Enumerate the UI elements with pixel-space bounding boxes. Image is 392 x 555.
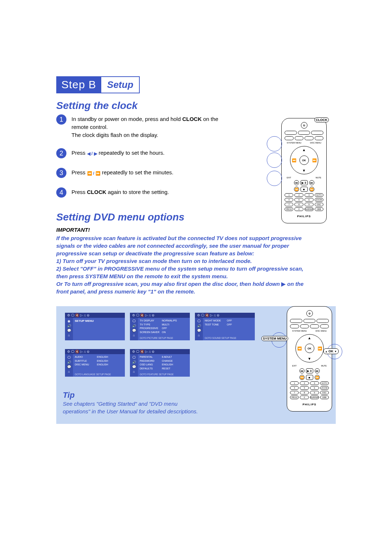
callout-circle-sysmenu — [267, 136, 282, 151]
display-button — [298, 131, 310, 135]
ok-button: OK — [305, 344, 314, 353]
mute-label: MUTE — [315, 177, 321, 179]
rewind-icon: ⏪ — [299, 375, 305, 380]
exit-label: EXIT — [287, 177, 291, 179]
numpad: 1 2 3 GOTO 4 5 6 ZOOM 7 8 9 DSC PROG 0 — [290, 381, 329, 399]
rewind-icon: ⏪ — [294, 187, 299, 192]
step-header: Step B Setup — [56, 76, 336, 93]
menu-side-icons: ◉🔊💬⌂ — [65, 318, 73, 340]
clock-section-title: Setting the clock — [56, 100, 336, 112]
important-heading: IMPORTANT! — [56, 227, 336, 233]
step-number-1: 1 — [56, 114, 66, 125]
menu-sound-setup: ⚙ 🖵 🔇 ▷ ♫ ⊚ 🖵🔊💬⌂ NIGHT MODEOFF TEST TONE… — [195, 313, 255, 340]
next-track-icon: ⏭ — [309, 180, 314, 185]
play-icon: ▶ — [281, 281, 286, 287]
up-arrow-icon: ▲ — [302, 148, 306, 152]
step-label: Step B — [56, 76, 101, 93]
sleep2-button — [295, 136, 304, 140]
ffwd-icon: ⏩ — [315, 375, 320, 380]
brand-label: PHILIPS — [290, 403, 329, 406]
step-2-text: Press ◀ / ▶ repeatedly to set the hours. — [72, 149, 164, 157]
callout-clock-label: CLOCK — [314, 117, 329, 122]
menu-iconbar: ⚙ 🖵 🔇 ▷ ♫ ⊚ — [65, 313, 125, 318]
step-number-2: 2 — [56, 148, 66, 158]
menu-language-setup: ⚙ 🖵 🔇 ▷ ♫ ⊚ 🖵🔊💬⌂ AUDIOENGLISH SUBTITLEEN… — [65, 349, 125, 377]
right-arrow-icon: ⏩ — [312, 158, 317, 162]
menu-feature-setup: ⚙ 🖵 🔇 ▷ ♫ ⊚ 🖵🔊💬⌂ PARENTAL8 ADULT PASSWOR… — [130, 349, 190, 377]
clock-button — [305, 136, 314, 140]
tip-body: See chapters "Getting Started" and "DVD … — [63, 400, 204, 415]
step-number-4: 4 — [56, 187, 66, 198]
prev-track-icon: ⏮ — [299, 368, 305, 373]
numpad: 1 2 3 GOTO 4 5 6 ZOOM 7 8 9 DSC PROG 0 S… — [285, 193, 323, 211]
remote-control: ⏻ SYSTEM MENU DISC MENU OK — [281, 118, 327, 223]
important-body: If the progressive scan feature is activ… — [56, 234, 307, 295]
step-3-text: Press ⏪ / ⏩ repeatedly to set the minute… — [72, 169, 173, 177]
system-menu-label: SYSTEM MENU — [287, 142, 301, 144]
step-4-text: Press CLOCK again to store the setting. — [72, 188, 169, 196]
callout-circle-transport — [267, 171, 282, 186]
left-arrow-icon: ⏪ — [292, 158, 296, 162]
down-arrow-icon: ▼ — [308, 357, 311, 361]
menu-screenshots-panel: ⚙ 🖵 🔇 ▷ ♫ ⊚ ◉🔊💬⌂ SETUP MENU ⚙ 🖵 🔇 ▷ ♫ ⊚ … — [56, 306, 336, 424]
power-icon: ⏻ — [306, 310, 313, 317]
up-arrow-icon: ▲ — [308, 336, 311, 340]
play-pause-icon: ▶⏸ — [301, 180, 308, 185]
section-setting-clock: Setting the clock 1 In standby or power … — [56, 100, 336, 198]
brand-label: PHILIPS — [285, 215, 323, 218]
step-number-3: 3 — [56, 168, 66, 178]
remote-illustration-top: ⏻ SYSTEM MENU DISC MENU OK — [281, 118, 327, 223]
callout-ok-label: ▲ OK ▼ — [323, 348, 339, 354]
slideshow-button — [315, 136, 324, 140]
setup-label: Setup — [101, 76, 140, 93]
left-arrow-icon: ⏪ — [297, 347, 302, 351]
seek-icon: ⏪ / ⏩ — [87, 171, 101, 175]
down-arrow-icon: ▼ — [302, 169, 306, 173]
ffwd-icon: ⏩ — [309, 187, 314, 192]
menu-picture-setup: ⚙ 🖵 🔇 ▷ ♫ ⊚ 🖵🔊💬⌂ TV DISPLAYNORMAL/PS TV … — [130, 313, 190, 340]
remote-control-2: ⏻ SYSTEM MENU DISC MENU — [287, 306, 332, 412]
callout-circle-dpad — [267, 153, 282, 168]
ok-button: OK — [299, 155, 309, 165]
dpad: OK ▲ ▼ ⏪ ⏩ — [290, 146, 318, 174]
play-pause-icon: ▶⏸ — [306, 368, 313, 373]
section-dvd-menu: Setting DVD menu options IMPORTANT! If t… — [56, 211, 336, 424]
next-track-icon: ⏭ — [315, 368, 320, 373]
step-1-text: In standby or power on mode, press and h… — [72, 115, 224, 139]
disc-menu-label: DISC MENU — [310, 142, 321, 144]
a-b-button — [285, 136, 294, 140]
skip-icon: ◀ / ▶ — [87, 151, 97, 156]
right-arrow-icon: ⏩ — [318, 347, 322, 351]
dpad: OK ▲ ▼ ⏪ ⏩ — [295, 334, 324, 362]
source-button — [285, 131, 297, 135]
menu-setup: ⚙ 🖵 🔇 ▷ ♫ ⊚ ◉🔊💬⌂ SETUP MENU — [65, 313, 125, 340]
power-icon: ⏻ — [301, 122, 307, 129]
sleep-button — [311, 131, 323, 135]
stop-icon: ■ — [301, 187, 308, 192]
stop-icon: ■ — [306, 375, 313, 380]
prev-track-icon: ⏮ — [294, 180, 299, 185]
callout-sysmenu-label: SYSTEM MENU — [261, 336, 288, 341]
remote-illustration-bottom: ⏻ SYSTEM MENU DISC MENU — [287, 306, 332, 412]
